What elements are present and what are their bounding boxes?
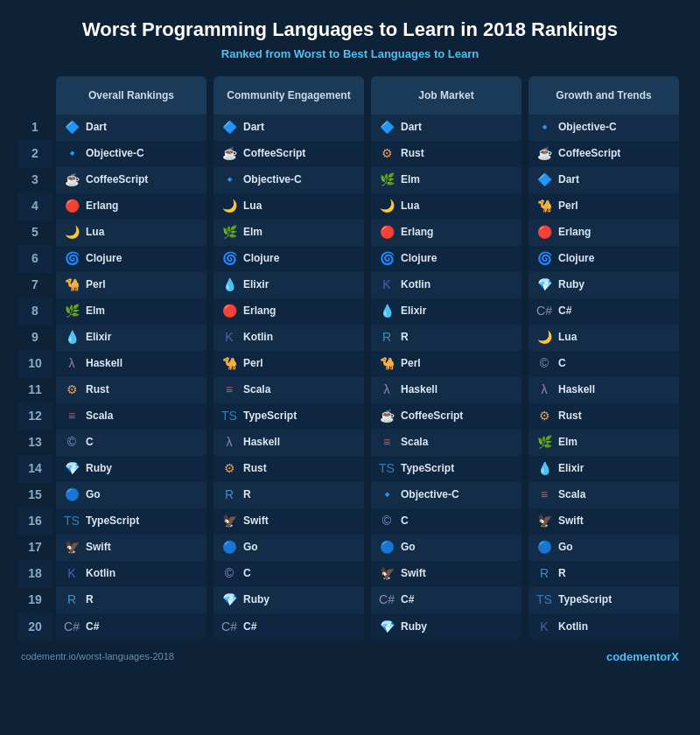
lang-icon: 💎 xyxy=(63,459,80,477)
lang-name: CoffeeScript xyxy=(401,410,463,422)
lang-name: Elm xyxy=(86,304,105,317)
rank-header xyxy=(18,76,52,115)
lang-name: R xyxy=(558,567,566,579)
list-item: 🐪 Perl xyxy=(56,272,206,298)
lang-name: Swift xyxy=(558,514,584,527)
growth-header: Growth and Trends xyxy=(528,76,679,115)
lang-icon: 🌿 xyxy=(378,171,396,188)
lang-icon: K xyxy=(378,276,396,293)
list-item: 🌀 Clojure xyxy=(528,246,679,272)
rank-row: 1 xyxy=(18,115,52,141)
lang-name: Elixir xyxy=(243,278,269,290)
list-item: 🌙 Lua xyxy=(371,193,522,220)
lang-name: Lua xyxy=(86,226,104,238)
lang-icon: λ xyxy=(378,381,396,398)
lang-name: Elixir xyxy=(558,462,584,474)
lang-icon: 🔹 xyxy=(378,486,396,503)
list-item: C# C# xyxy=(371,587,522,613)
rank-row: 11 xyxy=(18,377,52,403)
lang-name: Go xyxy=(243,541,258,553)
lang-icon: TS xyxy=(63,512,80,529)
list-item: 🌀 Clojure xyxy=(214,246,364,272)
list-item: 💎 Ruby xyxy=(528,272,679,298)
lang-icon: 💧 xyxy=(378,302,396,319)
rank-row: 18 xyxy=(18,561,52,587)
rank-row: 9 xyxy=(18,325,52,351)
lang-icon: TS xyxy=(220,407,238,424)
lang-name: Scala xyxy=(243,383,270,396)
list-item: 🌿 Elm xyxy=(214,220,364,246)
list-item: R R xyxy=(371,325,522,351)
lang-name: C xyxy=(558,357,566,369)
lang-name: Erlang xyxy=(558,226,591,238)
rank-number: 13 xyxy=(24,435,46,449)
list-item: 💎 Ruby xyxy=(214,587,364,613)
footer-url: codementr.io/worst-languages-2018 xyxy=(21,651,174,662)
list-item: 🦅 Swift xyxy=(214,508,364,535)
lang-name: Elm xyxy=(401,173,420,186)
list-item: 🔹 Objective-C xyxy=(56,141,206,167)
lang-name: Lua xyxy=(243,200,262,212)
lang-icon: 🔴 xyxy=(63,197,80,214)
lang-name: Elm xyxy=(558,436,578,448)
lang-icon: ⚙ xyxy=(378,144,396,162)
lang-icon: R xyxy=(63,591,80,608)
rank-rows: 1234567891011121314151617181920 xyxy=(18,115,52,640)
lang-name: Ruby xyxy=(401,620,427,633)
lang-name: R xyxy=(86,593,94,606)
growth-rows: 🔹 Objective-C ☕ CoffeeScript 🔷 Dart 🐪 Pe… xyxy=(528,115,679,640)
lang-name: Objective-C xyxy=(401,488,459,500)
rank-number: 3 xyxy=(24,172,46,186)
lang-icon: 🌙 xyxy=(536,328,553,346)
list-item: TS TypeScript xyxy=(371,456,522,482)
list-item: ≡ Scala xyxy=(528,482,679,508)
lang-name: Kotlin xyxy=(401,278,430,290)
lang-icon: λ xyxy=(536,381,553,398)
lang-name: Perl xyxy=(558,200,578,212)
overall-header: Overall Rankings xyxy=(56,76,206,115)
rank-row: 5 xyxy=(18,220,52,246)
list-item: ☕ CoffeeScript xyxy=(56,167,206,193)
list-item: 🔴 Erlang xyxy=(371,220,522,246)
lang-name: Kotlin xyxy=(86,567,116,579)
list-item: C# C# xyxy=(528,298,679,325)
lang-name: Swift xyxy=(401,567,426,579)
list-item: 🔵 Go xyxy=(214,535,364,561)
rank-number: 14 xyxy=(24,461,46,475)
lang-icon: 🐪 xyxy=(536,197,553,214)
overall-column: Overall Rankings 🔷 Dart 🔹 Objective-C ☕ … xyxy=(56,76,206,640)
lang-icon: 🔷 xyxy=(536,171,553,188)
list-item: λ Haskell xyxy=(528,377,679,403)
lang-icon: 🔷 xyxy=(378,118,396,136)
list-item: 🔵 Go xyxy=(56,482,206,508)
rank-number: 1 xyxy=(24,120,46,134)
list-item: ⚙ Rust xyxy=(371,141,522,167)
list-item: R R xyxy=(56,587,206,613)
rank-number: 15 xyxy=(24,487,46,501)
lang-icon: ☕ xyxy=(378,407,396,424)
lang-name: Erlang xyxy=(243,304,276,317)
list-item: 🔷 Dart xyxy=(214,115,364,141)
rank-number: 17 xyxy=(24,540,46,554)
list-item: 💧 Elixir xyxy=(528,456,679,482)
lang-icon: 🐪 xyxy=(220,354,238,372)
lang-icon: 🌙 xyxy=(378,197,396,214)
list-item: © C xyxy=(214,561,364,587)
lang-icon: ≡ xyxy=(220,381,238,398)
lang-name: R xyxy=(243,488,251,500)
list-item: λ Haskell xyxy=(56,351,206,377)
footer-brand: codementorX xyxy=(606,650,679,663)
list-item: K Kotlin xyxy=(371,272,522,298)
lang-icon: 🌀 xyxy=(220,249,238,267)
lang-icon: R xyxy=(378,328,396,346)
list-item: K Kotlin xyxy=(56,561,206,587)
list-item: TS TypeScript xyxy=(528,587,679,613)
lang-icon: 💎 xyxy=(378,618,396,635)
rank-row: 12 xyxy=(18,403,52,430)
lang-icon: 🔹 xyxy=(63,144,80,162)
list-item: 🔴 Erlang xyxy=(528,220,679,246)
lang-icon: ⚙ xyxy=(220,459,238,477)
lang-icon: © xyxy=(63,433,80,451)
list-item: 🔷 Dart xyxy=(371,115,522,141)
lang-name: Dart xyxy=(86,121,107,133)
